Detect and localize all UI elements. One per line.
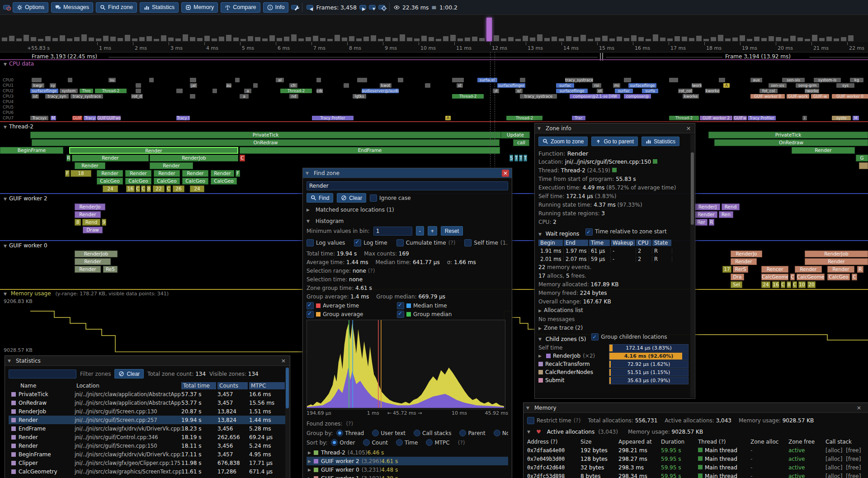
cpu-zone[interactable]: GUIF worker 2	[700, 116, 732, 120]
frame-bar[interactable]	[400, 34, 405, 41]
timeline-zone[interactable]: Render	[795, 266, 822, 273]
cpu-zone[interactable]: system	[60, 89, 78, 93]
frame-bar[interactable]	[552, 37, 557, 41]
close-icon[interactable]: ×	[502, 170, 509, 177]
option-checkbox-cumulate-time[interactable]: Cumulate time (?)	[396, 239, 456, 246]
cpu-zone[interactable]: au	[226, 83, 231, 88]
min-bin-input[interactable]	[373, 227, 412, 236]
timeline-zone[interactable]: Rer	[695, 219, 708, 226]
collapse-icon[interactable]: ▼	[538, 232, 542, 237]
timeline-zone[interactable]: Render	[75, 266, 101, 273]
cpu-zone[interactable]: Thre	[80, 89, 93, 93]
timeline-zone[interactable]: R	[66, 155, 71, 161]
timeline-zone[interactable]: Dra	[731, 274, 744, 280]
timeline-zone[interactable]: RerS	[733, 266, 748, 273]
restrict-time-checkbox[interactable]: Restrict time(?)	[527, 417, 580, 424]
timeline-zone[interactable]: 20	[807, 281, 816, 288]
memory-button[interactable]: Memory	[181, 2, 218, 13]
find-zone-button[interactable]: Find zone	[96, 2, 137, 13]
frame-bar[interactable]	[653, 34, 658, 41]
timeline-zone[interactable]: T	[519, 155, 523, 161]
frame-bar[interactable]	[378, 39, 383, 41]
frame-strip[interactable]	[0, 15, 868, 43]
cpu-zone[interactable]: Thread-2	[506, 116, 542, 120]
frame-bar[interactable]	[74, 37, 80, 41]
allocations-list-toggle[interactable]: ▶Allocations list	[538, 306, 689, 315]
table-row[interactable]: Renderjni/../jni/src/guif/Screen.cpp:150…	[9, 441, 286, 450]
collapse-icon[interactable]: ▼	[4, 125, 7, 129]
cpu-zone[interactable]: i	[802, 116, 807, 120]
group-children-checkbox[interactable]: Group children locations	[591, 333, 667, 341]
frame-bar[interactable]	[67, 38, 72, 41]
frame-bar[interactable]	[559, 38, 564, 41]
cpu-zone[interactable]: Trac	[572, 116, 585, 120]
timeline-zone[interactable]: RenderJo	[731, 251, 762, 257]
frame-bar[interactable]	[233, 38, 239, 41]
option-checkbox-log-values[interactable]: Log values	[307, 239, 345, 246]
frame-bar[interactable]	[776, 37, 781, 41]
cpu-zone[interactable]: surfaceflinge	[628, 83, 656, 88]
cpu-zone[interactable]: st	[493, 89, 499, 93]
timeline-zone[interactable]: Render	[69, 147, 238, 154]
collapse-icon[interactable]: ▼	[4, 292, 7, 296]
frame-bar[interactable]	[595, 38, 600, 41]
timeline-zone[interactable]: CalcGeome	[761, 274, 788, 280]
timeline-zone[interactable]: RenderJo	[75, 204, 105, 210]
column-header-appeared-at[interactable]: Appeared at	[618, 439, 661, 445]
frame-bar[interactable]	[450, 35, 456, 41]
cpu-zone[interactable]: tracy_syn	[45, 94, 69, 99]
table-row[interactable]: CalcGeometryjni/../jni/src/claw/graphics…	[9, 467, 286, 476]
radio-parent[interactable]: Parent	[459, 430, 485, 436]
frame-bar[interactable]	[284, 37, 289, 41]
cpu-zone[interactable]: rot_d	[131, 94, 143, 99]
search-input[interactable]	[307, 181, 508, 190]
cpu-zone[interactable]: GUIF-w	[811, 94, 829, 99]
timeline-zone[interactable]: EndFrame	[240, 147, 500, 154]
zone-info-titlebar[interactable]: ▼ Zone info ×	[535, 123, 695, 133]
allocation-address[interactable]: 0x7dfc42d640	[527, 464, 580, 471]
frame-bar[interactable]	[291, 34, 297, 41]
frame-bar[interactable]	[602, 36, 608, 41]
frame-bar[interactable]	[392, 38, 398, 41]
cpu-zone[interactable]	[149, 78, 154, 82]
cpu-zone[interactable]: seng-grm	[796, 83, 819, 88]
timeline-zone[interactable]: 16	[126, 185, 135, 192]
timeline-zone[interactable]: 24	[190, 185, 204, 192]
info-button[interactable]: Info	[263, 2, 289, 13]
timeline-zone[interactable]: 16	[772, 281, 779, 288]
frame-bar[interactable]	[834, 38, 839, 41]
timeline-zone[interactable]: Render	[125, 170, 151, 177]
zone-location[interactable]: jni/../jni/src/guif/Screen.cpp:150	[565, 159, 651, 165]
frame-bar[interactable]	[732, 38, 738, 41]
cpu-zone[interactable]	[669, 78, 678, 82]
column-header-thread[interactable]: Thread (?)	[698, 439, 750, 445]
child-zone-row[interactable]: ▶RenderJob (×2)4.16 ms (92.60%)	[538, 352, 689, 360]
column-header-counts[interactable]: Counts	[217, 382, 248, 389]
cpu-zone[interactable]: composer@	[624, 94, 651, 99]
radio-count[interactable]: Count	[363, 439, 388, 446]
timeline-zone[interactable]: CalcGeo	[125, 178, 151, 185]
cpu-zone[interactable]: Thread-2	[669, 116, 699, 120]
column-header-zone-free[interactable]: Zone free	[788, 439, 826, 445]
timeline-zone[interactable]	[859, 162, 868, 169]
timeline-zone[interactable]: F	[65, 170, 70, 177]
frame-bar[interactable]	[703, 39, 709, 41]
timeline-zone[interactable]: R	[709, 219, 714, 226]
cpu-zone[interactable]: Tracsys	[30, 116, 48, 120]
frame-bar[interactable]	[197, 38, 203, 41]
timeline-zone[interactable]: Render	[695, 211, 717, 218]
close-icon[interactable]: ×	[685, 125, 692, 132]
table-row[interactable]: EndFramejni/../jni/src/claw/gfx/drv/vk/D…	[9, 424, 286, 433]
table-row[interactable]: BeginFramejni/../jni/src/claw/gfx/drv/vk…	[9, 450, 286, 459]
timeline-zone[interactable]: Re5	[103, 266, 118, 273]
radio-user-text[interactable]: User text	[372, 430, 406, 436]
cpu-zone[interactable]: composer@2.1-se [HW	[570, 94, 620, 99]
cpu-zone[interactable]	[624, 78, 631, 82]
frame-bar[interactable]	[125, 35, 130, 41]
timeline-zone[interactable]: C	[136, 185, 140, 192]
timeline-zone[interactable]: 8	[75, 219, 81, 226]
frame-bar[interactable]	[204, 36, 210, 41]
cpu-zone[interactable]: kwgr	[32, 83, 44, 88]
frame-bar[interactable]	[248, 36, 253, 41]
cpu-zone[interactable]: GUIF worker 0	[750, 94, 785, 99]
